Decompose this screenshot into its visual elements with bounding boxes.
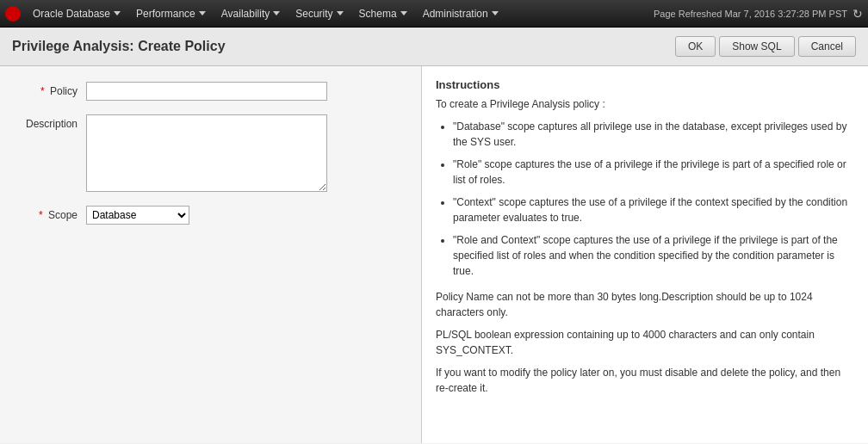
description-label: Description <box>17 114 86 130</box>
list-item-role: "Role" scope captures the use of a privi… <box>453 157 854 188</box>
nav-item-schema[interactable]: Schema <box>352 4 414 23</box>
header-buttons: OK Show SQL Cancel <box>675 36 856 57</box>
ok-button[interactable]: OK <box>675 36 716 57</box>
instructions-title: Instructions <box>436 78 854 91</box>
instructions-note2: PL/SQL boolean expression containing up … <box>436 327 854 358</box>
form-panel: * Policy Description * Scope Database Ro… <box>0 66 422 443</box>
page-title: Privilege Analysis: Create Policy <box>12 39 226 54</box>
nav-label-oracle-database: Oracle Database <box>33 8 110 20</box>
nav-label-schema: Schema <box>359 8 397 20</box>
nav-arrow-schema <box>400 11 407 15</box>
scope-required-star: * <box>39 209 43 221</box>
policy-input[interactable] <box>86 82 327 101</box>
nav-item-oracle-database[interactable]: Oracle Database <box>26 4 127 23</box>
nav-item-security[interactable]: Security <box>288 4 350 23</box>
instructions-note3: If you want to modify the policy later o… <box>436 365 854 396</box>
nav-label-performance: Performance <box>136 8 195 20</box>
nav-arrow-oracle-database <box>114 11 121 15</box>
cancel-button[interactable]: Cancel <box>798 36 856 57</box>
instructions-panel: Instructions To create a Privilege Analy… <box>422 66 868 443</box>
oracle-logo-icon <box>5 6 21 22</box>
instructions-intro: To create a Privilege Analysis policy : <box>436 98 854 110</box>
nav-label-availability: Availability <box>221 8 270 20</box>
description-textarea[interactable] <box>86 114 327 192</box>
policy-label: * Policy <box>17 82 86 97</box>
policy-required-star: * <box>40 85 45 97</box>
nav-right: Page Refreshed Mar 7, 2016 3:27:28 PM PS… <box>654 7 863 21</box>
description-row: Description <box>17 114 404 192</box>
scope-row: * Scope Database Role Context Role and C… <box>17 206 404 225</box>
instructions-note1: Policy Name can not be more than 30 byte… <box>436 289 854 320</box>
list-item-database: "Database" scope captures all privilege … <box>453 119 854 150</box>
instructions-list: "Database" scope captures all privilege … <box>436 119 854 279</box>
scope-label-text: Scope <box>48 209 78 221</box>
policy-row: * Policy <box>17 82 404 101</box>
nav-arrow-availability <box>273 11 280 15</box>
list-item-role-and-context: "Role and Context" scope captures the us… <box>453 232 854 279</box>
page-refresh-timestamp: Page Refreshed Mar 7, 2016 3:27:28 PM PS… <box>654 9 847 19</box>
nav-item-administration[interactable]: Administration <box>416 4 505 23</box>
nav-label-administration: Administration <box>423 8 488 20</box>
show-sql-button[interactable]: Show SQL <box>719 36 794 57</box>
main-content: * Policy Description * Scope Database Ro… <box>0 66 868 443</box>
page-header: Privilege Analysis: Create Policy OK Sho… <box>0 28 868 66</box>
nav-arrow-administration <box>492 11 499 15</box>
scope-select[interactable]: Database Role Context Role and Context <box>86 206 189 225</box>
navbar: Oracle Database Performance Availability… <box>0 0 868 28</box>
scope-label: * Scope <box>17 206 86 221</box>
nav-left: Oracle Database Performance Availability… <box>5 4 505 23</box>
refresh-icon[interactable]: ↻ <box>852 7 863 21</box>
description-label-text: Description <box>26 118 78 130</box>
nav-arrow-performance <box>199 11 206 15</box>
nav-arrow-security <box>337 11 344 15</box>
list-item-context: "Context" scope captures the use of a pr… <box>453 194 854 225</box>
policy-label-text: Policy <box>50 85 78 97</box>
nav-item-performance[interactable]: Performance <box>129 4 213 23</box>
nav-item-availability[interactable]: Availability <box>214 4 287 23</box>
nav-label-security: Security <box>295 8 332 20</box>
